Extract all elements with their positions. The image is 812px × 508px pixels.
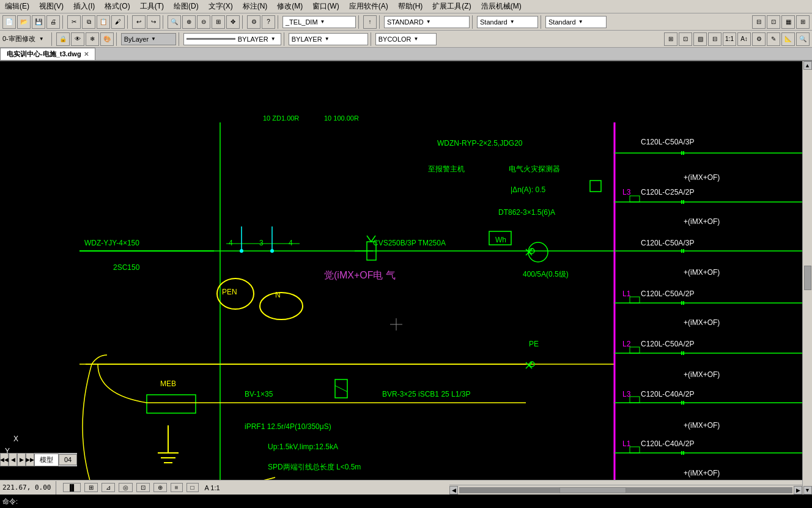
spd-label: SPD两端引线总长度 L<0.5m — [268, 462, 361, 473]
rbar-btn-7[interactable]: ⚙ — [752, 32, 766, 46]
bylayer-dropdown[interactable]: ByLayer ▼ — [121, 33, 176, 45]
scrollbar-h[interactable]: ◀ ▶ — [449, 485, 802, 495]
layer-visible-btn[interactable]: 👁 — [71, 32, 84, 46]
sep5 — [278, 15, 280, 29]
file-tab[interactable]: 电实训中心-电施_t3.dwg ✕ — [0, 48, 95, 60]
menu-haocheng[interactable]: 浩辰机械(M) — [476, 1, 526, 12]
extra-btn-3[interactable]: ▦ — [781, 15, 795, 29]
scroll-up-btn[interactable]: ▲ — [803, 61, 812, 70]
sep6 — [358, 15, 361, 29]
otrack-btn[interactable]: ⊕ — [153, 483, 167, 492]
scroll-left-btn[interactable]: ◀ — [449, 486, 458, 495]
menu-insert[interactable]: 插入(I) — [68, 1, 100, 12]
cut-btn[interactable]: ✂ — [67, 15, 81, 29]
rbar-btn-9[interactable]: 📐 — [781, 32, 795, 46]
layer-lock-btn[interactable]: 🔒 — [56, 32, 70, 46]
extra-btn-1[interactable]: ⊟ — [752, 15, 766, 29]
c120l-25a-2p: C120L-C25A/2P — [641, 188, 694, 196]
tab-nav-first[interactable]: ◀◀ — [0, 453, 9, 466]
rbar-btn-2[interactable]: ⊡ — [679, 32, 692, 46]
color-line-dropdown[interactable]: BYLAYER ▼ — [183, 33, 281, 45]
menu-view[interactable]: 视图(V) — [34, 1, 68, 12]
copy-btn[interactable]: ⧉ — [82, 15, 95, 29]
rbar-btn-8[interactable]: ✎ — [767, 32, 780, 46]
iprf1-label: iPRF1 12.5r/4P(10/350μS) — [245, 422, 331, 431]
extra-btn-4[interactable]: ⊞ — [796, 15, 810, 29]
menu-ext-tools[interactable]: 扩展工具(Z) — [427, 1, 476, 12]
l2-label-1: L2 — [622, 340, 630, 348]
scroll-thumb-h[interactable] — [559, 487, 626, 493]
tab-nav-prev[interactable]: ◀ — [9, 453, 17, 466]
command-line[interactable]: 命令: — [0, 495, 449, 508]
dim-style-dropdown[interactable]: _TEL_DIM ▼ — [282, 16, 356, 28]
menu-edit[interactable]: 编辑(E) — [0, 1, 34, 12]
imx-of-5: +(iMX+OF) — [684, 370, 720, 379]
text-style-dropdown[interactable]: Standard ▼ — [477, 16, 538, 28]
rbar-btn-6[interactable]: A↕ — [737, 32, 751, 46]
text-style-label: Standard — [480, 18, 508, 26]
sep14 — [371, 32, 373, 46]
scroll-right-btn[interactable]: ▶ — [794, 486, 802, 495]
drawing-canvas[interactable]: 10 ZD1.00R 10 100.00R WDZN-RYP-2×2.5,JDG… — [0, 61, 812, 480]
menu-window[interactable]: 窗口(W) — [308, 1, 344, 12]
tab-nav-last[interactable]: ▶▶ — [26, 453, 34, 466]
c120l-50a-3p-2: C120L-C50A/3P — [641, 239, 694, 247]
line-preview — [186, 38, 235, 40]
linetype-dropdown[interactable]: Standard ▼ — [545, 16, 607, 28]
layer-dropdown[interactable]: STANDARD ▼ — [384, 16, 470, 28]
menu-text[interactable]: 文字(X) — [204, 1, 238, 12]
scroll-thumb-v[interactable] — [804, 266, 811, 290]
zoom-prev-btn[interactable]: ⊖ — [197, 15, 210, 29]
menu-apps[interactable]: 应用软件(A) — [344, 1, 393, 12]
pan-btn[interactable]: ✥ — [226, 15, 240, 29]
menu-modify[interactable]: 修改(M) — [272, 1, 308, 12]
open-btn[interactable]: 📂 — [17, 15, 31, 29]
tab-close-btn[interactable]: ✕ — [84, 51, 89, 58]
layer-freeze-btn[interactable]: ❄ — [86, 32, 99, 46]
redo-btn[interactable]: ↪ — [147, 15, 160, 29]
menu-format[interactable]: 格式(O) — [100, 1, 135, 12]
cmd-prompt: 命令: — [2, 497, 18, 506]
osnap-btn[interactable]: ⊡ — [136, 483, 150, 492]
print-btn[interactable]: 🖨 — [46, 15, 60, 29]
save-btn[interactable]: 💾 — [32, 15, 45, 29]
menu-tools[interactable]: 工具(T) — [135, 1, 169, 12]
tab-label: 电实训中心-电施_t3.dwg — [7, 50, 81, 59]
bycolor-dropdown[interactable]: BYCOLOR ▼ — [375, 33, 437, 45]
properties-btn[interactable]: ⚙ — [247, 15, 260, 29]
rbar-btn-5[interactable]: 1:1 — [723, 32, 736, 46]
menu-dim[interactable]: 标注(N) — [238, 1, 273, 12]
matchprop-btn[interactable]: 🖌 — [111, 15, 125, 29]
grid-btn[interactable]: ⊞ — [84, 483, 98, 492]
rbar-btn-3[interactable]: ▧ — [693, 32, 707, 46]
model-tab[interactable]: 模型 — [34, 454, 59, 466]
scrollbar-v[interactable]: ▲ ▼ — [802, 61, 812, 495]
model-space-btn[interactable]: □ — [186, 483, 199, 492]
undo-btn[interactable]: ↩ — [132, 15, 146, 29]
tab-nav-next[interactable]: ▶ — [17, 453, 26, 466]
layer-color-btn[interactable]: 🎨 — [100, 32, 114, 46]
c120l-40a-2p-1: C120L-C40A/2P — [641, 390, 694, 398]
lweight-btn[interactable]: ≡ — [171, 483, 183, 492]
bylayer-color-dropdown[interactable]: BYLAYER ▼ — [289, 33, 368, 45]
linetype-label: Standard — [548, 18, 576, 26]
new-btn[interactable]: 📄 — [2, 15, 16, 29]
polar-btn[interactable]: ◎ — [119, 483, 133, 492]
snap-btn[interactable]: ▐▌ — [63, 483, 80, 492]
dim-update-btn[interactable]: ↑ — [363, 15, 377, 29]
rbar-btn-4[interactable]: ⊟ — [708, 32, 722, 46]
scroll-down-btn[interactable]: ▼ — [803, 486, 812, 495]
rbar-btn-1[interactable]: ⊞ — [664, 32, 677, 46]
zoom-extents-btn[interactable]: ⊞ — [212, 15, 225, 29]
menu-draw[interactable]: 绘图(D) — [169, 1, 204, 12]
ortho-btn[interactable]: ⊿ — [102, 483, 115, 492]
layout-tab-04[interactable]: 04 — [59, 454, 77, 465]
rbar-btn-10[interactable]: 🔍 — [796, 32, 810, 46]
paste-btn[interactable]: 📋 — [97, 15, 110, 29]
svg-rect-34 — [630, 447, 640, 453]
help-btn[interactable]: ? — [262, 15, 275, 29]
extra-btn-2[interactable]: ⊡ — [767, 15, 780, 29]
zoom-window-btn[interactable]: ⊕ — [182, 15, 196, 29]
zoom-realtime-btn[interactable]: 🔍 — [168, 15, 181, 29]
menu-help[interactable]: 帮助(H) — [393, 1, 428, 12]
